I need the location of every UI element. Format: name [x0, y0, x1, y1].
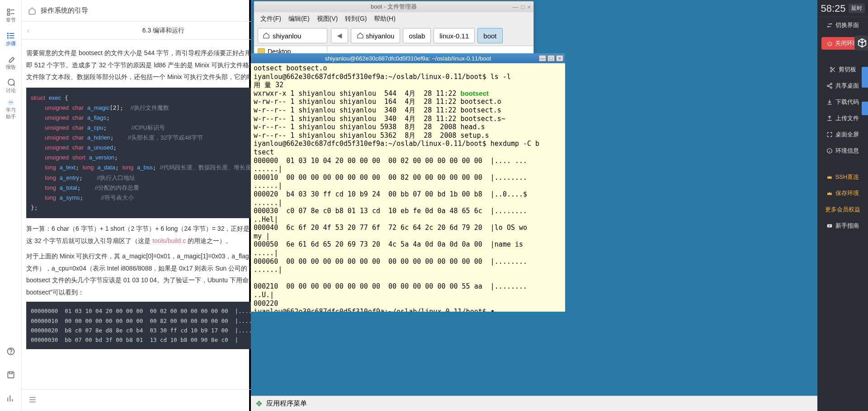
home-icon: [263, 32, 270, 39]
svg-point-14: [10, 353, 11, 354]
term-titlebar[interactable]: shiyanlou@662e30c687dfc0d5f310ef9a: ~/os…: [251, 53, 565, 63]
save-icon: [6, 370, 15, 379]
countdown-timer: 58:25 延时: [817, 0, 868, 17]
home-icon[interactable]: [28, 7, 36, 15]
svg-point-11: [9, 102, 10, 103]
sidebar-stats[interactable]: [0, 388, 22, 409]
sidebar-chapters[interactable]: 章节: [0, 5, 22, 26]
close-icon[interactable]: ×: [556, 55, 563, 61]
svg-point-23: [830, 87, 832, 89]
edit-icon: [6, 55, 15, 64]
svg-rect-1: [7, 13, 9, 15]
menu-file[interactable]: 文件(F): [260, 15, 281, 23]
menu-go[interactable]: 转到(G): [345, 15, 367, 23]
sidebar-save[interactable]: [0, 364, 22, 386]
collapse-handle[interactable]: [862, 67, 868, 88]
svg-rect-0: [7, 9, 9, 11]
ssh-connect[interactable]: SSH直连: [817, 169, 868, 185]
svg-point-21: [830, 83, 832, 85]
fullscreen[interactable]: 桌面全屏: [817, 126, 868, 143]
nav-back[interactable]: ◄: [331, 28, 348, 43]
sidebar-assistant[interactable]: 学习助手: [0, 98, 22, 120]
menu-edit[interactable]: 编辑(E): [288, 15, 310, 23]
maximize-icon[interactable]: □: [521, 4, 525, 10]
start-menu-icon[interactable]: ❖: [255, 399, 263, 409]
save-env[interactable]: 保存环境: [817, 185, 868, 201]
delay-button[interactable]: 延时: [849, 4, 865, 13]
svg-point-19: [830, 67, 832, 69]
upload-icon: [826, 115, 833, 121]
cube-icon: [857, 38, 867, 48]
help-icon: [6, 347, 15, 356]
terminal-window[interactable]: shiyanlou@662e30c687dfc0d5f310ef9a: ~/os…: [251, 53, 565, 312]
share-desktop[interactable]: 共享桌面: [817, 78, 868, 94]
list-icon: [6, 8, 15, 17]
info-icon: [826, 148, 833, 154]
menu-view[interactable]: 视图(V): [317, 15, 338, 23]
file-manager-window[interactable]: boot - 文件管理器 — □ × 文件(F) 编辑(E) 视图(V) 转到(…: [254, 1, 534, 57]
fm-menubar: 文件(F) 编辑(E) 视图(V) 转到(G) 帮助(H): [254, 12, 533, 26]
minimize-icon[interactable]: —: [539, 55, 546, 61]
remote-desktop[interactable]: boot - 文件管理器 — □ × 文件(F) 编辑(E) 视图(V) 转到(…: [251, 0, 817, 411]
svg-point-10: [8, 99, 14, 106]
start-menu-label[interactable]: 应用程序菜单: [266, 399, 307, 408]
chat-icon: [6, 78, 15, 87]
maximize-icon[interactable]: □: [547, 55, 555, 61]
crumb[interactable]: linux-0.11: [434, 28, 475, 43]
download-icon: [826, 99, 833, 105]
fullscreen-icon: [826, 131, 833, 138]
svg-point-22: [827, 85, 829, 87]
video-icon: [826, 223, 833, 229]
fm-titlebar[interactable]: boot - 文件管理器 — □ ×: [254, 1, 533, 12]
more-benefits[interactable]: 更多会员权益: [817, 201, 868, 218]
svg-rect-15: [8, 372, 14, 378]
page-title: 操作系统的引导: [41, 6, 88, 15]
home-icon: [357, 32, 364, 39]
svg-point-20: [830, 70, 832, 72]
crown-icon: [826, 174, 833, 180]
switch-interface[interactable]: 切换界面: [817, 17, 868, 33]
share-icon: [826, 83, 833, 89]
stats-icon: [6, 394, 15, 403]
toc-button[interactable]: [28, 395, 37, 406]
menu-help[interactable]: 帮助(H): [374, 15, 395, 23]
svg-point-8: [7, 35, 8, 36]
crumb[interactable]: oslab: [403, 28, 431, 43]
fm-places-selector[interactable]: shiyanlou: [258, 28, 327, 43]
fm-toolbar: shiyanlou ◄ shiyanlou oslab linux-0.11 b…: [254, 26, 533, 46]
swap-icon: [826, 22, 833, 28]
env-info[interactable]: 环境信息: [817, 143, 868, 159]
prev-section[interactable]: ‹: [27, 27, 29, 35]
steps-icon: [6, 31, 15, 40]
crown-icon: [826, 190, 833, 196]
power-icon: [827, 41, 833, 47]
sidebar-help[interactable]: [0, 341, 22, 362]
minimize-icon[interactable]: —: [513, 4, 519, 10]
scissors-icon: [830, 66, 836, 73]
clipboard[interactable]: 剪切板: [817, 61, 868, 78]
taskbar[interactable]: ❖ 应用程序菜单: [251, 396, 817, 411]
bot-icon: [6, 98, 15, 107]
sidebar-steps[interactable]: 步骤: [0, 28, 22, 50]
svg-point-7: [7, 33, 8, 34]
svg-point-9: [7, 37, 8, 38]
terminal-output[interactable]: ootsect bootsect.o iyanlou@662e30c687dfc…: [251, 63, 565, 312]
crumb-current[interactable]: boot: [477, 28, 502, 43]
fm-breadcrumb: ◄ shiyanlou oslab linux-0.11 boot: [331, 28, 503, 43]
toc-icon: [28, 395, 37, 404]
collapse-handle-2[interactable]: [862, 102, 868, 115]
sidebar-discuss[interactable]: 讨论: [0, 75, 22, 97]
beginner-guide[interactable]: 新手指南: [817, 218, 868, 234]
cube-logo[interactable]: [854, 35, 868, 51]
control-panel: 58:25 延时 切换界面 关闭环境 剪切板 共享桌面 下载代码 上传文件 桌面…: [817, 0, 868, 411]
close-icon[interactable]: ×: [527, 4, 531, 10]
upload-file[interactable]: 上传文件: [817, 110, 868, 126]
crumb-home[interactable]: shiyanlou: [351, 28, 400, 43]
download-code[interactable]: 下载代码: [817, 94, 868, 110]
svg-point-12: [11, 102, 12, 103]
left-sidebar: 章节 步骤 报告 讨论 学习助手: [0, 0, 22, 411]
sidebar-report[interactable]: 报告: [0, 51, 22, 73]
